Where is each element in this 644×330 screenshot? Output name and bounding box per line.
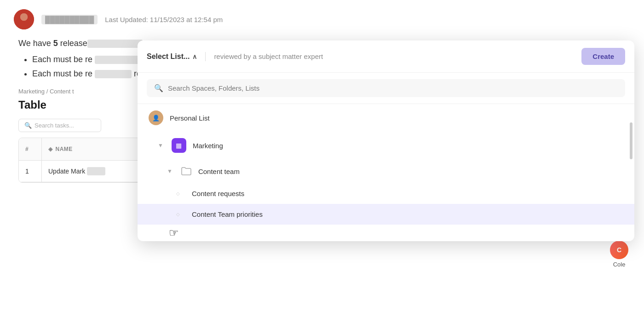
search-placeholder: Search tasks...	[34, 122, 74, 129]
intro-number: 5	[53, 39, 58, 48]
personal-list-label: Personal List	[170, 114, 210, 122]
personal-list-avatar: 👤	[149, 110, 163, 125]
content-requests-label: Content requests	[188, 190, 244, 197]
select-list-button[interactable]: Select List... ∧	[147, 52, 197, 61]
task-name: Update Mark	[48, 168, 85, 175]
user-name-blurred: ██████████	[41, 15, 98, 24]
blurred-intro	[87, 40, 143, 48]
col-header-name: ◈ NAME	[42, 138, 152, 160]
intro-prefix: We have	[18, 39, 53, 48]
header-separator	[205, 52, 206, 61]
dropdown-header: Select List... ∧ reviewed by a subject m…	[138, 41, 634, 73]
cole-initials: C	[617, 246, 621, 254]
create-button[interactable]: Create	[581, 48, 625, 65]
marketing-icon-symbol: ▦	[176, 142, 182, 149]
content-team-label: Content team	[198, 168, 240, 175]
select-list-label: Select List...	[147, 52, 190, 61]
scrollbar-thumb[interactable]	[630, 122, 632, 159]
intro-suffix: release	[58, 39, 87, 48]
bullet-blurred-2	[95, 70, 132, 78]
chevron-up-icon: ∧	[192, 53, 197, 60]
content-team-chevron-icon: ▼	[167, 168, 172, 174]
content-requests-chevron-icon: ◇	[176, 191, 180, 196]
last-updated-text: Last Updated: 11/15/2023 at 12:54 pm	[105, 16, 223, 23]
search-spaces-input[interactable]	[168, 84, 618, 92]
hash-label: #	[25, 146, 29, 152]
header-row: ██████████ Last Updated: 11/15/2023 at 1…	[14, 9, 630, 29]
name-label: NAME	[56, 146, 73, 152]
list-item-personal[interactable]: 👤 Personal List	[138, 104, 634, 132]
list-item-content-team[interactable]: ▼ Content team	[138, 159, 634, 183]
list-item-content-team-priorities[interactable]: ◇ Content Team priorities	[138, 204, 634, 225]
dropdown-list: 👤 Personal List ▼ ▦ Marketing ▼ Content …	[138, 104, 634, 225]
select-list-dropdown: Select List... ∧ reviewed by a subject m…	[138, 41, 634, 241]
list-item-marketing[interactable]: ▼ ▦ Marketing	[138, 132, 634, 159]
avatar	[14, 9, 34, 29]
search-bar[interactable]: 🔍 Search tasks...	[18, 119, 101, 132]
name-icon: ◈	[48, 146, 53, 152]
search-input-wrap[interactable]: 🔍	[147, 79, 625, 97]
cursor-hand-icon: ☞	[169, 226, 179, 239]
dropdown-search-area: 🔍	[138, 73, 634, 104]
marketing-label: Marketing	[193, 142, 223, 150]
svg-point-3	[20, 13, 28, 21]
bullet-text-1: Each must be re	[32, 55, 92, 64]
cell-num: 1	[19, 161, 42, 182]
bullet-blurred-1	[95, 56, 141, 64]
task-name-blurred	[87, 167, 105, 175]
bullet-text-2: Each must be re	[32, 69, 92, 78]
marketing-chevron-icon: ▼	[158, 142, 163, 149]
col-header-num: #	[19, 138, 42, 160]
cole-avatar: C	[610, 241, 628, 259]
dropdown-footer: ☞	[138, 225, 634, 241]
list-item-content-requests[interactable]: ◇ Content requests	[138, 183, 634, 204]
cell-name: Update Mark	[42, 161, 152, 182]
folder-icon	[181, 166, 192, 177]
marketing-space-icon: ▦	[172, 138, 186, 153]
avatar-face-icon: 👤	[152, 115, 160, 122]
content-team-priorities-label: Content Team priorities	[188, 210, 263, 218]
search-magnifier-icon: 🔍	[154, 84, 163, 93]
priorities-chevron-icon: ◇	[176, 212, 180, 217]
reviewed-text: reviewed by a subject matter expert	[214, 52, 576, 60]
cole-label: Cole	[613, 261, 626, 268]
search-icon: 🔍	[24, 122, 32, 129]
cole-area: C Cole	[594, 239, 644, 269]
